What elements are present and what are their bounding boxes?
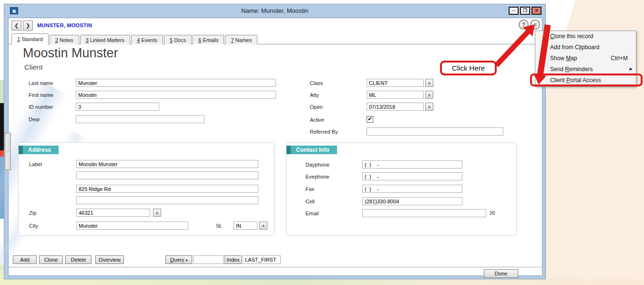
tab-names[interactable]: 7 Names: [225, 35, 257, 44]
open-lookup-button[interactable]: ∧: [425, 103, 433, 111]
hamburger-icon: ≡: [533, 21, 537, 28]
maximize-button[interactable]: ❒: [520, 7, 530, 15]
tab-accesskey: 6: [198, 37, 201, 43]
behind-window-sliver: [0, 80, 4, 103]
address-label-field[interactable]: [76, 160, 258, 168]
zip-field[interactable]: [76, 209, 150, 217]
dropdown-icon: ▾: [186, 258, 188, 263]
delete-button[interactable]: Delete: [65, 255, 92, 264]
annotation-callout: Click Here: [440, 61, 497, 75]
referred-by-label: Referred By: [310, 129, 338, 135]
minimize-icon: ─: [512, 9, 515, 13]
first-name-field[interactable]: [76, 91, 276, 99]
menu-item-clone-record[interactable]: Clone this record: [535, 31, 636, 42]
close-button[interactable]: ✕: [532, 7, 542, 15]
evephone-label: Evephone: [306, 174, 329, 179]
record-back-button[interactable]: ❮: [11, 21, 21, 31]
fax-label: Fax: [306, 186, 314, 192]
tab-accesskey: 2: [55, 37, 58, 43]
menu-item-show-map[interactable]: Show MapCtrl+M: [535, 53, 636, 64]
forward-icon: ❯: [26, 22, 30, 29]
cell-field[interactable]: [362, 197, 462, 205]
address-line4-field[interactable]: [76, 196, 258, 204]
tab-label: Docs: [174, 37, 186, 43]
tab-events[interactable]: 4 Events: [131, 35, 163, 44]
tab-standard[interactable]: 1 Standard: [11, 33, 49, 44]
tab-notes[interactable]: 2 Notes: [50, 35, 79, 44]
fax-field[interactable]: [362, 185, 462, 193]
cell-label: Cell: [306, 199, 315, 204]
send-email-button[interactable]: ✉: [490, 209, 495, 217]
index-value-field[interactable]: [243, 255, 281, 264]
annotation-highlight-box: [530, 74, 643, 86]
accesskey: M: [566, 55, 571, 62]
record-type-label: Client: [24, 63, 42, 71]
done-button[interactable]: Done: [484, 269, 518, 278]
side-panel-expander[interactable]: ›: [5, 133, 11, 170]
first-name-label: First name: [29, 92, 53, 98]
window-controls: ─ ❒ ✕: [509, 7, 542, 15]
state-field[interactable]: [234, 222, 257, 230]
city-field[interactable]: [76, 222, 188, 230]
contact-info-section: Contact Info Dayphone Evephone Fax Cell …: [286, 142, 517, 236]
lookup-icon: ∧: [428, 93, 431, 97]
dayphone-field[interactable]: [362, 160, 462, 169]
contact-info-section-title: Contact Info: [291, 146, 337, 154]
last-name-field[interactable]: [76, 79, 276, 87]
menu-item-add-from-clipboard[interactable]: Add from Clipboard: [535, 42, 636, 53]
record-name-link[interactable]: MUNSTER, MOOSTIN: [37, 22, 92, 28]
submenu-arrow-icon: ▶: [630, 67, 633, 71]
lookup-icon: ∧: [262, 223, 265, 228]
query-search-field[interactable]: [193, 255, 224, 264]
open-date-field[interactable]: [367, 103, 424, 111]
dear-field[interactable]: [76, 115, 204, 123]
tab-linked-matters[interactable]: 3 Linked Matters: [80, 35, 130, 44]
accesskey: C: [550, 33, 554, 40]
section-accent-square: [19, 146, 23, 154]
tab-bar: 1 Standard2 Notes3 Linked Matters4 Event…: [9, 33, 543, 44]
atty-label: Atty: [310, 92, 319, 98]
address-line3-field[interactable]: [76, 185, 258, 193]
query-button[interactable]: Query ▾: [165, 255, 192, 264]
dear-label: Dear: [29, 116, 40, 122]
tab-accesskey: 4: [137, 37, 140, 43]
hamburger-menu-button[interactable]: ≡: [530, 20, 540, 30]
titlebar[interactable]: ▣ Name: Munster, Moostin ─ ❒ ✕: [4, 4, 545, 18]
tab-accesskey: 5: [170, 37, 173, 43]
active-checkbox[interactable]: ✔: [367, 116, 373, 123]
help-button[interactable]: ?: [519, 20, 529, 30]
id-number-field[interactable]: [76, 103, 159, 111]
tab-label: Standard: [21, 36, 43, 42]
desktop: ▣ Name: Munster, Moostin ─ ❒ ✕ ❮ ❯ MUNST…: [0, 0, 644, 285]
last-name-label: Last name: [29, 80, 53, 86]
email-field[interactable]: [362, 209, 486, 217]
help-icon: ?: [522, 21, 525, 28]
lookup-icon: ∧: [428, 81, 431, 85]
check-icon: ✔: [368, 116, 372, 122]
add-button[interactable]: Add: [13, 255, 37, 264]
record-forward-button[interactable]: ❯: [23, 21, 33, 31]
zip-lookup-button[interactable]: ∧: [153, 209, 161, 217]
index-button[interactable]: Index: [225, 255, 242, 264]
tab-docs[interactable]: 5 Docs: [164, 35, 192, 44]
menu-item-label: Show: [550, 55, 566, 62]
address-section-title: Address: [23, 146, 59, 154]
referred-by-field[interactable]: [367, 127, 503, 136]
minimize-button[interactable]: ─: [509, 7, 519, 15]
address-line2-field[interactable]: [76, 171, 258, 179]
clone-button[interactable]: Clone: [39, 255, 63, 264]
tab-label: Names: [235, 37, 252, 43]
evephone-field[interactable]: [362, 172, 462, 180]
tab-emails[interactable]: 6 Emails: [193, 35, 224, 44]
atty-lookup-button[interactable]: ∧: [425, 91, 433, 99]
active-label: Active: [310, 117, 324, 123]
open-label: Open: [310, 104, 323, 110]
overview-button[interactable]: Overview: [95, 255, 124, 264]
close-icon: ✕: [535, 9, 539, 13]
state-lookup-button[interactable]: ∧: [259, 222, 267, 230]
query-accesskey: Q: [170, 257, 174, 263]
class-lookup-button[interactable]: ∧: [425, 79, 433, 87]
class-field[interactable]: [367, 79, 424, 87]
chevron-right-icon: ›: [7, 149, 9, 154]
atty-field[interactable]: [367, 91, 424, 99]
